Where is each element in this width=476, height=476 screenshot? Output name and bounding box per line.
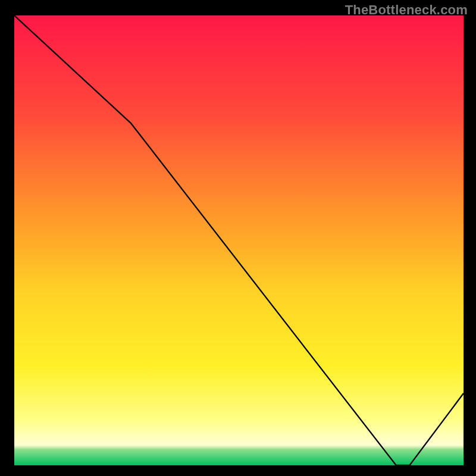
watermark-label: TheBottleneck.com <box>345 2 468 18</box>
plot-background <box>14 15 464 465</box>
chart-container: TheBottleneck.com <box>0 0 476 476</box>
chart-svg <box>0 0 476 476</box>
